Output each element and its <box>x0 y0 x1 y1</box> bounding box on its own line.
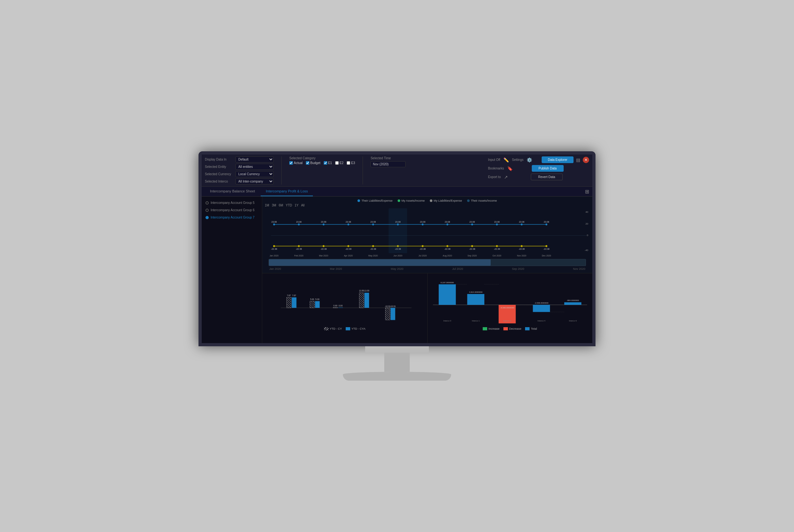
svg-text:5.03: 5.03 <box>310 298 314 300</box>
filter-all[interactable]: All <box>301 204 305 207</box>
svg-text:Jun 2020: Jun 2020 <box>394 254 402 257</box>
publish-btn-wrapper: Publish Data <box>532 165 564 172</box>
filter-1y[interactable]: 1Y <box>295 204 299 207</box>
export-icon[interactable]: ↗ <box>504 174 509 180</box>
svg-text:Jan 2020: Jan 2020 <box>269 254 279 257</box>
svg-text:Dec 2020: Dec 2020 <box>542 254 551 257</box>
scrollbar-area: Jan 2020 Mar 2020 May 2020 Jul 2020 Sep … <box>267 259 587 271</box>
cb-e3-input[interactable] <box>347 161 350 165</box>
svg-text:Oct 2020: Oct 2020 <box>493 254 502 257</box>
cb-e1[interactable]: E1 <box>324 161 332 165</box>
svg-rect-100 <box>533 305 550 312</box>
time-section: Selected Time <box>371 156 405 167</box>
cb-budget[interactable]: Budget <box>306 161 321 165</box>
filter-ytd[interactable]: YTD <box>286 204 292 207</box>
legend-label-total: Total <box>531 327 537 330</box>
selected-currency-row: Selected Currency Local Currency <box>205 171 274 177</box>
time-input[interactable] <box>371 161 405 167</box>
checkbox-row: Actual Budget E1 E2 E3 <box>289 161 355 165</box>
cb-actual[interactable]: Actual <box>289 161 303 165</box>
line-chart-svg: 40 20 0 -40 <box>265 208 590 258</box>
cb-e1-input[interactable] <box>324 161 327 165</box>
radio-group6 <box>206 209 209 212</box>
svg-text:7.67: 7.67 <box>287 294 291 297</box>
svg-text:23.08: 23.08 <box>296 221 301 223</box>
settings-label: Settings <box>512 158 524 162</box>
display-data-label: Display Data In <box>205 158 233 161</box>
selected-currency-select[interactable]: Local Currency <box>235 171 274 177</box>
svg-point-15 <box>521 224 523 226</box>
selected-entity-select[interactable]: All entities <box>235 164 274 170</box>
grid-icon[interactable]: ⊞ <box>585 189 589 195</box>
svg-rect-67 <box>286 297 291 308</box>
svg-text:23.08: 23.08 <box>519 221 525 223</box>
time-filter: 1M 3M 6M YTD 1Y All <box>265 204 590 207</box>
revert-data-button[interactable]: Revert Data <box>531 174 563 180</box>
svg-text:13.55: 13.55 <box>359 289 364 292</box>
filter-3m[interactable]: 3M <box>272 204 276 207</box>
monitor-stand-neck <box>384 353 410 372</box>
filter-1m[interactable]: 1M <box>265 204 269 207</box>
sidebar-item-group7[interactable]: Intercompany Account Group 7 <box>202 214 262 221</box>
svg-text:Interco 1: Interco 1 <box>472 320 480 322</box>
svg-text:20: 20 <box>585 222 588 225</box>
selected-interco-row: Selected Interco All Inter-company <box>205 178 274 185</box>
svg-text:Interco 0: Interco 0 <box>443 320 451 322</box>
selected-currency-label: Selected Currency <box>205 172 233 176</box>
svg-text:7.67: 7.67 <box>292 294 296 297</box>
legend-dot-my-assets <box>398 200 400 202</box>
cb-actual-input[interactable] <box>289 161 293 165</box>
view-icon[interactable]: ▤ <box>575 157 581 163</box>
svg-rect-83 <box>385 308 390 320</box>
settings-icon[interactable]: ⚙️ <box>526 157 533 163</box>
svg-text:-22.38: -22.38 <box>370 248 376 250</box>
tab-balance-sheet[interactable]: Intercompany Balance Sheet <box>205 187 260 196</box>
cb-e3[interactable]: E3 <box>347 161 355 165</box>
selected-interco-select[interactable]: All Inter-company <box>235 178 274 185</box>
legend-dot-their-assets <box>467 200 470 202</box>
svg-text:-22.38: -22.38 <box>271 248 277 250</box>
display-data-select[interactable]: Default <box>235 156 274 163</box>
svg-text:23.08: 23.08 <box>544 221 549 223</box>
svg-text:Jul 2020: Jul 2020 <box>419 254 427 257</box>
legend-label-ytd-cy: YTD - CY <box>330 327 342 330</box>
svg-point-14 <box>496 224 498 226</box>
legend-total: Total <box>525 327 537 330</box>
sidebar-item-group6[interactable]: Intercompany Account Group 6 <box>202 206 262 214</box>
svg-text:-22.38: -22.38 <box>543 248 549 250</box>
publish-data-button[interactable]: Publish Data <box>532 165 564 172</box>
legend-swatch-ytd-cy <box>324 327 328 330</box>
svg-text:-40: -40 <box>585 249 588 252</box>
filter-6m[interactable]: 6M <box>279 204 283 207</box>
svg-text:Feb 2020: Feb 2020 <box>295 254 304 257</box>
svg-point-12 <box>447 224 448 226</box>
scroll-label-jan: Jan 2020 <box>269 267 281 270</box>
legend-their-liabilities: Their Liabilities/Expense <box>358 199 393 202</box>
legend-label-my-liabilities: My Liabilities/Expense <box>434 199 462 202</box>
toolbar: Display Data In Default Selected Entity … <box>202 154 592 187</box>
data-explorer-row: Data Explorer ▤ ✕ <box>542 156 589 163</box>
bookmark-icon[interactable]: 🔖 <box>507 165 513 172</box>
svg-rect-80 <box>364 293 369 308</box>
sidebar-label-group7: Intercompany Account Group 7 <box>211 216 254 219</box>
svg-rect-104 <box>564 302 581 305</box>
close-button[interactable]: ✕ <box>583 157 589 163</box>
tab-profit-loss[interactable]: Intercompany Profit & Loss <box>261 187 313 196</box>
cb-e2[interactable]: E2 <box>335 161 343 165</box>
pencil-icon[interactable]: ✏️ <box>503 157 509 163</box>
data-explorer-button[interactable]: Data Explorer <box>542 156 573 163</box>
svg-text:-2,536.0000000: -2,536.0000000 <box>534 302 548 304</box>
action-buttons: Data Explorer ▤ ✕ <box>542 156 589 163</box>
mini-scrollbar[interactable] <box>269 259 586 266</box>
svg-point-11 <box>422 224 424 226</box>
legend-label-decrease: Decrease <box>509 327 522 330</box>
cb-budget-input[interactable] <box>306 161 309 165</box>
legend-decrease: Decrease <box>504 327 522 330</box>
cb-e2-input[interactable] <box>335 161 339 165</box>
sidebar-item-group5[interactable]: Intercompany Account Group 5 <box>202 199 262 206</box>
waterfall-chart: 9,197.0000000 Interco 0 4,914.0000000 In… <box>428 273 593 343</box>
svg-point-30 <box>298 245 300 247</box>
sidebar-label-group6: Intercompany Account Group 6 <box>211 208 254 212</box>
legend-swatch-decrease <box>504 327 508 330</box>
selected-category-label: Selected Category <box>289 156 355 160</box>
